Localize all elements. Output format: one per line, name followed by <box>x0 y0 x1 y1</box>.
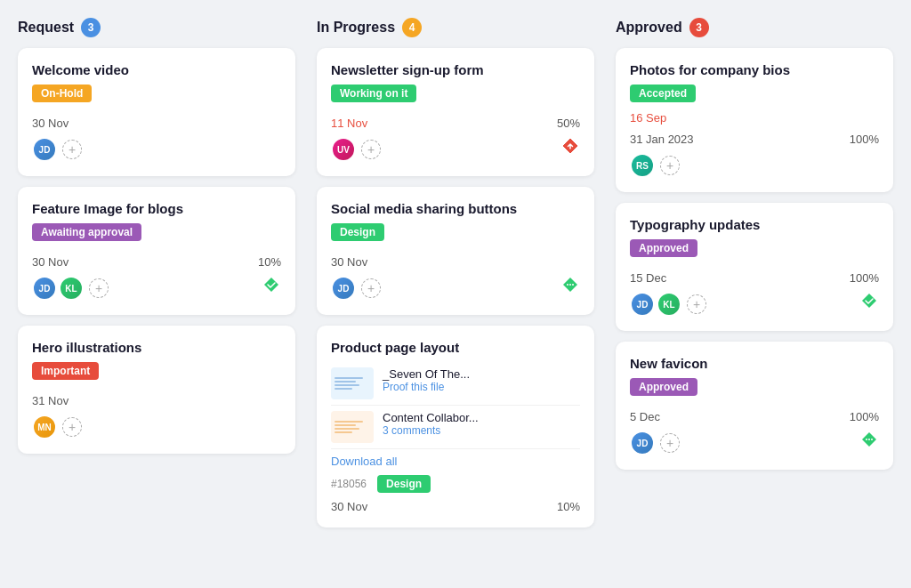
download-all-link[interactable]: Download all <box>331 455 397 468</box>
column-header-in-progress: In Progress 4 <box>317 18 594 37</box>
column-title: In Progress <box>317 20 395 36</box>
card-title: New favicon <box>630 356 879 371</box>
diamond-dots-icon <box>859 430 879 449</box>
card-title: Welcome video <box>32 62 281 77</box>
avatar: UV <box>331 137 356 162</box>
column-header-request: Request 3 <box>18 18 295 37</box>
file-action-proof[interactable]: Proof this file <box>383 381 470 393</box>
file-name: _Seven Of The... <box>383 367 470 381</box>
arrow-up-icon <box>560 136 580 156</box>
card-avatars: JDKL+ <box>32 276 109 301</box>
card-tag: Approved <box>630 239 697 257</box>
card-avatars-row: JD+ <box>630 423 879 455</box>
card-product-page-layout: Product page layout _Seven Of The... Pro… <box>317 326 594 528</box>
card-avatars: JDKL+ <box>630 292 706 317</box>
card-date-red-row: 16 Sep <box>630 109 879 125</box>
card-tag: Working on it <box>331 85 416 102</box>
check-diamond-icon <box>262 275 281 294</box>
card-photos-company-bios: Photos for company biosAccepted 16 Sep 3… <box>616 48 893 192</box>
card-avatars-row: JD+ <box>331 269 580 301</box>
file-thumbnail <box>331 367 374 399</box>
task-meta: #18056 Design <box>331 475 580 493</box>
card-percent: 10% <box>258 255 281 269</box>
column-approved: Approved 3 Photos for company biosAccept… <box>616 18 893 538</box>
add-assignee-button[interactable]: + <box>89 278 109 298</box>
add-assignee-button[interactable]: + <box>660 156 680 175</box>
card-percent: 100% <box>850 133 879 146</box>
file-action-comments[interactable]: 3 comments <box>383 424 479 437</box>
card-avatars-row: JDKL+ <box>630 285 879 317</box>
card-avatars-row: JDKL+ <box>32 269 281 301</box>
card-tag: On-Hold <box>32 85 92 102</box>
card-avatars: JD+ <box>331 276 381 301</box>
card-hero-illustrations: Hero illustrationsImportant 31 Nov MN+ <box>18 326 295 454</box>
avatar: KL <box>59 276 84 301</box>
avatar: JD <box>630 431 655 455</box>
svg-point-1 <box>569 284 571 286</box>
task-id: #18056 <box>331 478 367 490</box>
add-assignee-button[interactable]: + <box>62 417 82 437</box>
card-footer: 30 Nov <box>331 255 580 269</box>
avatar: MN <box>32 415 57 439</box>
add-assignee-button[interactable]: + <box>687 294 706 314</box>
add-assignee-button[interactable]: + <box>361 140 381 159</box>
column-badge: 3 <box>81 18 101 37</box>
add-assignee-button[interactable]: + <box>62 140 82 159</box>
avatar: JD <box>32 137 57 162</box>
card-social-media-buttons: Social media sharing buttonsDesign 30 No… <box>317 187 594 315</box>
card-new-favicon: New faviconApproved 5 Dec 100% JD+ <box>616 342 893 470</box>
card-percent: 100% <box>850 271 879 285</box>
card-tag: Awaiting approval <box>32 223 141 241</box>
card-avatars-row: UV+ <box>331 130 580 162</box>
card-avatars: JD+ <box>32 137 82 162</box>
card-date: 30 Nov <box>331 255 367 269</box>
kanban-board: Request 3 Welcome videoOn-Hold 30 Nov JD… <box>18 18 893 538</box>
card-percent: 50% <box>557 117 580 130</box>
card-avatars: JD+ <box>630 431 680 455</box>
card-footer: 31 Jan 2023 100% <box>630 133 879 146</box>
file-thumbnail <box>331 411 374 443</box>
card-title: Newsletter sign-up form <box>331 62 580 77</box>
card-tag: Important <box>32 362 99 380</box>
card-footer: 31 Nov <box>32 394 281 407</box>
add-assignee-button[interactable]: + <box>660 433 680 453</box>
card-date: 30 Nov <box>32 117 69 130</box>
svg-point-0 <box>567 284 568 286</box>
card-feature-image: Feature Image for blogsAwaiting approval… <box>18 187 295 315</box>
column-badge: 4 <box>402 18 422 37</box>
svg-point-3 <box>866 439 867 440</box>
card-footer: 30 Nov 10% <box>32 255 281 269</box>
card-avatars: MN+ <box>32 415 82 439</box>
column-title: Request <box>18 20 74 36</box>
card-date2: 31 Jan 2023 <box>630 133 694 146</box>
card-footer: 15 Dec 100% <box>630 271 879 285</box>
file-info: Content Collabor... 3 comments <box>383 411 479 437</box>
avatar: RS <box>630 153 655 178</box>
avatar: JD <box>331 276 356 301</box>
card-avatars-row: JD+ <box>32 130 281 162</box>
file-item: _Seven Of The... Proof this file <box>331 362 580 406</box>
card-percent: 100% <box>850 410 879 423</box>
card-date: 30 Nov <box>32 255 69 269</box>
card-avatars: UV+ <box>331 137 381 162</box>
card-avatars: RS+ <box>630 153 680 178</box>
card-tag: Accepted <box>630 85 696 102</box>
card-tag: Approved <box>630 378 697 396</box>
file-item: Content Collabor... 3 comments <box>331 406 580 449</box>
file-info: _Seven Of The... Proof this file <box>383 367 470 393</box>
card-typography-updates: Typography updatesApproved 15 Dec 100% J… <box>616 203 893 331</box>
card-footer: 5 Dec 100% <box>630 410 879 423</box>
card-date: 15 Dec <box>630 271 666 285</box>
card-welcome-video: Welcome videoOn-Hold 30 Nov JD+ <box>18 48 295 176</box>
column-request: Request 3 Welcome videoOn-Hold 30 Nov JD… <box>18 18 295 538</box>
file-name: Content Collabor... <box>383 411 479 424</box>
avatar: JD <box>32 276 57 301</box>
card-title: Feature Image for blogs <box>32 201 281 216</box>
check-diamond-icon <box>859 291 879 310</box>
column-in-progress: In Progress 4 Newsletter sign-up formWor… <box>317 18 594 538</box>
diamond-dots-icon <box>560 275 580 294</box>
add-assignee-button[interactable]: + <box>361 278 381 298</box>
card-title: Product page layout <box>331 340 580 355</box>
card-date: 31 Nov <box>32 394 69 407</box>
card-newsletter-signup: Newsletter sign-up formWorking on it 11 … <box>317 48 594 176</box>
